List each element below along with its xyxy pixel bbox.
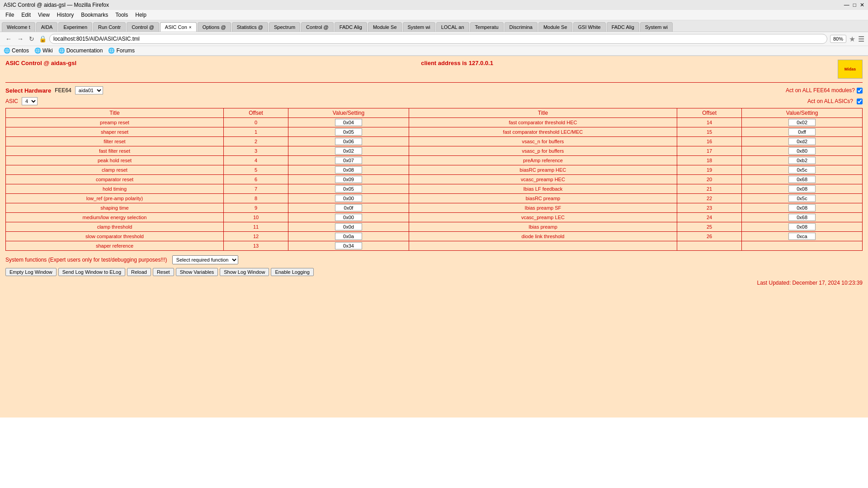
right-value-input-9[interactable] xyxy=(788,204,816,211)
action-button-6[interactable]: Enable Logging xyxy=(271,268,313,276)
browser-tab-16[interactable]: Module Se xyxy=(538,22,572,32)
left-value-9[interactable] xyxy=(288,203,409,213)
browser-tab-11[interactable]: Module Se xyxy=(368,22,402,32)
browser-tab-8[interactable]: Spectrum xyxy=(269,22,300,32)
menu-file[interactable]: File xyxy=(2,11,18,19)
left-value-13[interactable] xyxy=(288,241,409,251)
minimize-btn[interactable]: — xyxy=(844,2,849,8)
right-value-input-1[interactable] xyxy=(788,128,816,136)
right-value-input-11[interactable] xyxy=(788,223,816,230)
browser-tab-2[interactable]: Experimen xyxy=(58,22,92,32)
browser-tab-4[interactable]: Control @ xyxy=(127,22,159,32)
right-value-7[interactable] xyxy=(742,184,863,194)
fee64-select[interactable]: aida01 xyxy=(75,86,103,94)
left-value-3[interactable] xyxy=(288,146,409,156)
left-value-input-9[interactable] xyxy=(335,204,362,211)
act-all-asics-checkbox[interactable] xyxy=(857,99,863,104)
menu-view[interactable]: View xyxy=(34,11,53,19)
right-value-input-5[interactable] xyxy=(788,166,816,174)
left-value-input-2[interactable] xyxy=(335,138,362,145)
right-value-5[interactable] xyxy=(742,165,863,175)
right-value-input-10[interactable] xyxy=(788,214,816,221)
left-value-1[interactable] xyxy=(288,127,409,137)
left-value-7[interactable] xyxy=(288,184,409,194)
asic-select[interactable]: 4 xyxy=(22,97,38,105)
left-value-2[interactable] xyxy=(288,137,409,146)
reload-button[interactable]: ↻ xyxy=(27,34,36,43)
right-value-1[interactable] xyxy=(742,127,863,137)
menu-icon[interactable]: ☰ xyxy=(858,35,864,43)
right-value-input-2[interactable] xyxy=(788,138,816,145)
menu-help[interactable]: Help xyxy=(132,11,150,19)
browser-tab-10[interactable]: FADC Alig xyxy=(335,22,367,32)
left-value-input-13[interactable] xyxy=(335,242,362,249)
left-value-input-11[interactable] xyxy=(335,223,362,230)
action-button-4[interactable]: Show Variables xyxy=(176,268,218,276)
bookmark-centos[interactable]: 🌐 Centos xyxy=(4,47,29,54)
right-value-input-3[interactable] xyxy=(788,147,816,155)
browser-tab-19[interactable]: System wi xyxy=(640,22,673,32)
right-value-input-4[interactable] xyxy=(788,157,816,164)
right-value-0[interactable] xyxy=(742,118,863,127)
left-value-input-0[interactable] xyxy=(335,119,362,126)
right-value-8[interactable] xyxy=(742,194,863,203)
action-button-0[interactable]: Empty Log Window xyxy=(5,268,57,276)
left-value-12[interactable] xyxy=(288,232,409,241)
right-value-input-12[interactable] xyxy=(788,233,816,240)
right-value-input-0[interactable] xyxy=(788,119,816,126)
left-value-11[interactable] xyxy=(288,222,409,232)
left-value-input-8[interactable] xyxy=(335,195,362,202)
bookmark-documentation[interactable]: 🌐 Documentation xyxy=(58,47,103,54)
right-value-input-7[interactable] xyxy=(788,185,816,192)
action-button-5[interactable]: Show Log Window xyxy=(220,268,269,276)
right-value-12[interactable] xyxy=(742,232,863,241)
action-button-3[interactable]: Reset xyxy=(153,268,174,276)
browser-tab-15[interactable]: Discrimina xyxy=(505,22,538,32)
browser-tab-12[interactable]: System wi xyxy=(403,22,435,32)
menu-history[interactable]: History xyxy=(53,11,77,19)
browser-tab-6[interactable]: Options @ xyxy=(198,22,231,32)
window-controls[interactable]: — □ ✕ xyxy=(844,2,864,8)
menu-tools[interactable]: Tools xyxy=(112,11,132,19)
browser-tab-0[interactable]: Welcome t xyxy=(2,22,35,32)
browser-tab-5[interactable]: ASIC Con× xyxy=(160,22,197,32)
maximize-btn[interactable]: □ xyxy=(853,2,856,8)
left-value-6[interactable] xyxy=(288,175,409,184)
browser-tab-14[interactable]: Temperatu xyxy=(470,22,504,32)
right-value-input-8[interactable] xyxy=(788,195,816,202)
tab-close-icon[interactable]: × xyxy=(189,25,192,30)
action-button-2[interactable]: Reload xyxy=(127,268,151,276)
right-value-9[interactable] xyxy=(742,203,863,213)
browser-tab-3[interactable]: Run Contr xyxy=(93,22,126,32)
left-value-input-10[interactable] xyxy=(335,214,362,221)
right-value-13[interactable] xyxy=(742,241,863,251)
forward-button[interactable]: → xyxy=(15,34,25,43)
bookmark-star-icon[interactable]: ★ xyxy=(849,35,855,43)
browser-tab-1[interactable]: AIDA xyxy=(36,22,58,32)
left-value-4[interactable] xyxy=(288,156,409,165)
left-value-8[interactable] xyxy=(288,194,409,203)
left-value-input-1[interactable] xyxy=(335,128,362,136)
address-input[interactable] xyxy=(49,34,827,44)
menu-bookmarks[interactable]: Bookmarks xyxy=(77,11,112,19)
browser-tab-13[interactable]: LOCAL an xyxy=(436,22,469,32)
browser-tab-9[interactable]: Control @ xyxy=(301,22,334,32)
browser-tab-7[interactable]: Statistics @ xyxy=(232,22,268,32)
left-value-0[interactable] xyxy=(288,118,409,127)
left-value-input-5[interactable] xyxy=(335,166,362,174)
right-value-3[interactable] xyxy=(742,146,863,156)
right-value-6[interactable] xyxy=(742,175,863,184)
right-value-input-6[interactable] xyxy=(788,176,816,183)
left-value-input-6[interactable] xyxy=(335,176,362,183)
browser-tab-18[interactable]: FADC Alig xyxy=(607,22,639,32)
sys-functions-select[interactable]: Select required function xyxy=(172,255,238,264)
right-value-4[interactable] xyxy=(742,156,863,165)
left-value-input-3[interactable] xyxy=(335,147,362,155)
bookmark-wiki[interactable]: 🌐 Wiki xyxy=(34,47,53,54)
close-btn[interactable]: ✕ xyxy=(860,2,864,8)
left-value-10[interactable] xyxy=(288,213,409,222)
action-button-1[interactable]: Send Log Window to ELog xyxy=(58,268,125,276)
left-value-input-12[interactable] xyxy=(335,233,362,240)
left-value-input-7[interactable] xyxy=(335,185,362,192)
left-value-input-4[interactable] xyxy=(335,157,362,164)
